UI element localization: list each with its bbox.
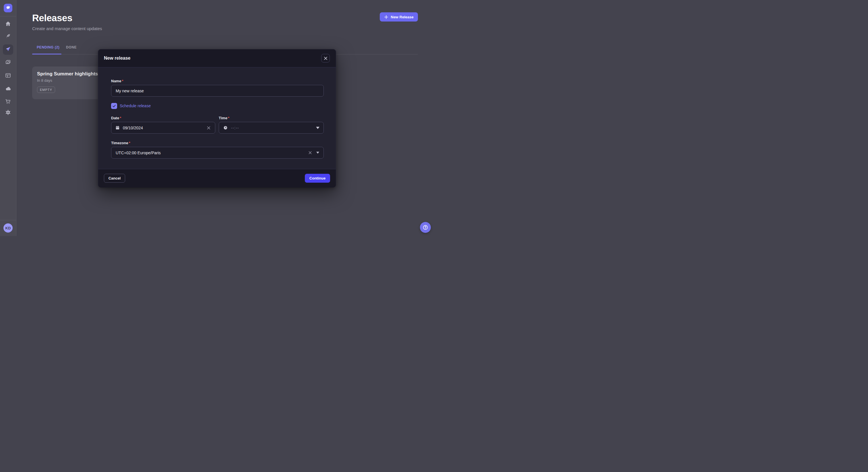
sidebar-footer-divider bbox=[0, 220, 16, 220]
sidebar: KD bbox=[0, 0, 17, 236]
release-card-due: In 8 days bbox=[37, 78, 103, 82]
modal-title: New release bbox=[104, 56, 131, 61]
cancel-button[interactable]: Cancel bbox=[104, 174, 125, 183]
release-card-status-badge: EMPTY bbox=[37, 87, 55, 93]
plus-icon bbox=[384, 15, 389, 19]
gear-icon bbox=[5, 109, 11, 117]
release-card-title: Spring Summer highlights bbox=[37, 71, 103, 77]
new-release-button[interactable]: New Release bbox=[380, 12, 418, 22]
sidebar-item-releases[interactable] bbox=[3, 44, 13, 55]
sidebar-item-content[interactable] bbox=[3, 32, 13, 42]
timezone-clear-icon[interactable] bbox=[308, 150, 313, 155]
schedule-release-label[interactable]: Schedule release bbox=[120, 103, 151, 108]
page-subtitle: Create and manage content updates bbox=[32, 26, 102, 31]
timezone-field[interactable]: UTC+02:00 Europe/Paris bbox=[111, 147, 324, 159]
sidebar-divider bbox=[0, 16, 16, 16]
timezone-value: UTC+02:00 Europe/Paris bbox=[116, 150, 161, 155]
date-field[interactable]: 09/10/2024 bbox=[111, 122, 215, 134]
name-label: Name* bbox=[111, 79, 123, 83]
tab-pending[interactable]: PENDING (2) bbox=[37, 45, 59, 49]
sidebar-item-pages[interactable] bbox=[3, 71, 13, 81]
page-title: Releases bbox=[32, 12, 72, 24]
sidebar-item-shop[interactable] bbox=[3, 97, 13, 107]
cart-icon bbox=[5, 98, 11, 106]
required-marker: * bbox=[228, 116, 229, 120]
question-circle-icon bbox=[423, 225, 428, 230]
sidebar-item-settings[interactable] bbox=[3, 108, 13, 118]
modal-footer: Cancel Continue bbox=[98, 169, 336, 188]
time-dropdown-icon[interactable] bbox=[316, 127, 319, 129]
checkmark-icon bbox=[112, 104, 116, 108]
feather-icon bbox=[5, 33, 11, 40]
time-placeholder: --:-- bbox=[231, 126, 239, 130]
required-marker: * bbox=[129, 141, 130, 145]
required-marker: * bbox=[122, 79, 123, 83]
timezone-dropdown-icon[interactable] bbox=[316, 152, 319, 154]
tab-done[interactable]: DONE bbox=[66, 45, 76, 49]
name-field[interactable] bbox=[111, 85, 324, 97]
calendar-icon bbox=[115, 125, 120, 130]
help-button[interactable] bbox=[420, 222, 431, 233]
home-icon bbox=[5, 21, 11, 28]
close-icon bbox=[324, 57, 328, 60]
modal-header: New release bbox=[98, 49, 336, 67]
new-release-modal: New release Name* Schedule bbox=[98, 49, 336, 187]
avatar-initials: KD bbox=[5, 226, 11, 230]
send-icon bbox=[5, 46, 11, 53]
release-card[interactable]: Spring Summer highlights In 8 days EMPTY bbox=[32, 67, 108, 99]
clock-icon bbox=[223, 125, 228, 130]
schedule-release-checkbox[interactable] bbox=[111, 103, 117, 109]
avatar[interactable]: KD bbox=[3, 224, 12, 233]
cloud-icon bbox=[5, 85, 11, 93]
date-clear-icon[interactable] bbox=[206, 125, 211, 131]
name-input[interactable] bbox=[112, 85, 323, 96]
app-logo[interactable] bbox=[4, 4, 12, 12]
required-marker: * bbox=[120, 116, 121, 120]
layout-icon bbox=[5, 72, 11, 80]
timezone-label: Timezone* bbox=[111, 141, 130, 145]
date-value: 09/10/2024 bbox=[123, 126, 143, 130]
logo-icon bbox=[5, 5, 11, 11]
sidebar-item-home[interactable] bbox=[3, 19, 13, 30]
date-label: Date* bbox=[111, 116, 121, 120]
continue-button[interactable]: Continue bbox=[305, 174, 330, 183]
modal-close-button[interactable] bbox=[321, 54, 330, 63]
time-label: Time* bbox=[219, 116, 229, 120]
sidebar-item-cloud[interactable] bbox=[3, 84, 13, 94]
time-field[interactable]: --:-- bbox=[219, 122, 324, 134]
sidebar-item-media[interactable] bbox=[3, 58, 13, 68]
images-icon bbox=[5, 59, 11, 67]
app-root: KD Releases Create and manage content up… bbox=[0, 0, 434, 236]
new-release-label: New Release bbox=[391, 15, 414, 19]
active-tab-underline bbox=[32, 54, 61, 55]
